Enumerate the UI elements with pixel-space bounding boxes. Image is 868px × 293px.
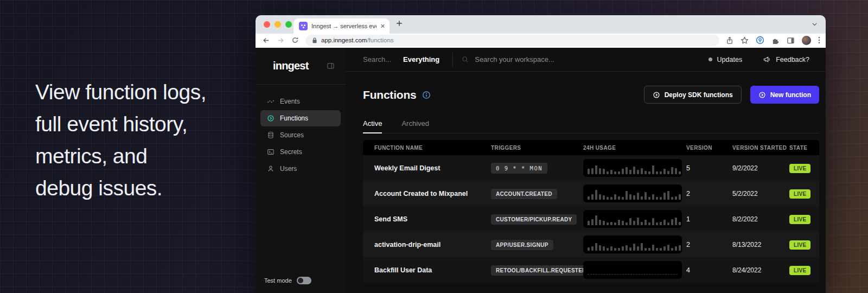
sidebar-nav: Events Functions Sources (256, 85, 346, 186)
new-function-icon (758, 91, 766, 99)
sidebar-item-events[interactable]: Events (260, 93, 341, 110)
collapse-sidebar-icon[interactable] (327, 62, 335, 70)
state-badge: LIVE (789, 164, 810, 173)
functions-table: FUNCTION NAME TRIGGERS 24H USAGE VERSION… (363, 140, 819, 283)
search-scope-everything[interactable]: Everything (403, 55, 439, 63)
browser-actions (726, 36, 820, 45)
function-name: activation-drip-email (374, 241, 491, 249)
refresh-icon[interactable] (291, 36, 299, 44)
marketing-canvas: View function logs, full event history, … (0, 0, 868, 293)
new-function-button[interactable]: New function (750, 86, 819, 104)
minimize-window-button[interactable] (275, 21, 281, 28)
state-badge: LIVE (789, 215, 810, 224)
version-value: 2 (686, 241, 732, 249)
col-24h-usage: 24H USAGE (583, 145, 686, 151)
table-row[interactable]: Backfill User Data RETOOL/BACKFILL.REQUE… (363, 257, 819, 283)
tab-active[interactable]: Active (363, 119, 382, 133)
version-started-value: 8/13/2022 (732, 241, 789, 249)
usage-sparkline (583, 235, 682, 253)
sidebar-item-functions[interactable]: Functions (260, 110, 341, 126)
bookmark-star-icon[interactable] (741, 36, 749, 44)
usage-sparkline (583, 210, 682, 228)
new-tab-button[interactable] (395, 20, 403, 27)
sidebar-item-users[interactable]: Users (260, 161, 341, 177)
page-title: Functions (363, 88, 417, 101)
function-name: Backfill User Data (374, 266, 491, 274)
forward-icon[interactable] (277, 36, 285, 44)
version-started-value: 8/24/2022 (732, 266, 789, 274)
close-window-button[interactable] (264, 21, 270, 28)
main-area: Search... Everything Updates Feedback? (346, 48, 826, 293)
info-icon[interactable] (422, 91, 431, 99)
profile-avatar[interactable] (802, 36, 811, 45)
col-function-name: FUNCTION NAME (374, 145, 491, 151)
hero-copy: View function logs, full event history, … (35, 81, 206, 209)
table-row[interactable]: Weekly Email Digest 0 9 * * MON 5 9/2/20… (363, 155, 819, 181)
trigger-badge: CUSTOMER/PICKUP.READY (491, 214, 577, 225)
sidebar-item-label: Sources (280, 131, 304, 139)
table-header: FUNCTION NAME TRIGGERS 24H USAGE VERSION… (363, 140, 819, 155)
table-row[interactable]: Send SMS CUSTOMER/PICKUP.READY 1 8/2/202… (363, 206, 819, 232)
user-icon (267, 165, 275, 173)
version-value: 5 (686, 164, 732, 172)
usage-sparkline (583, 261, 682, 279)
window-controls (264, 21, 292, 28)
browser-tab[interactable]: Inngest → serverless event-dri ✕ (293, 18, 390, 34)
browser-menu-icon[interactable] (818, 36, 820, 44)
tab-close-icon[interactable]: ✕ (380, 23, 385, 30)
side-panel-icon[interactable] (787, 36, 795, 44)
new-function-button-label: New function (770, 91, 811, 99)
hero-line: metrics, and (35, 145, 206, 167)
version-value: 4 (686, 266, 732, 274)
table-row[interactable]: activation-drip-email APP/USER.SIGNUP 2 … (363, 232, 819, 257)
browser-tab-strip: Inngest → serverless event-dri ✕ (256, 15, 826, 34)
browser-window: Inngest → serverless event-dri ✕ (256, 15, 826, 293)
version-started-value: 8/2/2022 (732, 215, 789, 223)
feedback-link[interactable]: Feedback? (776, 56, 809, 63)
usage-sparkline (583, 159, 682, 177)
function-name: Account Created to Mixpanel (374, 190, 491, 198)
terminal-icon (267, 148, 275, 156)
trigger-badge: APP/USER.SIGNUP (491, 240, 553, 250)
col-triggers: TRIGGERS (491, 145, 583, 151)
trigger-badge: RETOOL/BACKFILL.REQUESTED (491, 265, 591, 276)
inngest-app: inngest Events (256, 48, 826, 293)
col-version: VERSION (686, 145, 732, 151)
tab-search-chevron-icon[interactable] (811, 21, 818, 28)
zoom-window-button[interactable] (285, 21, 292, 28)
version-started-value: 9/2/2022 (732, 164, 789, 172)
onepassword-extension-icon[interactable] (756, 36, 764, 44)
state-badge: LIVE (789, 189, 810, 199)
version-started-value: 5/2/2022 (732, 190, 789, 198)
tab-archived[interactable]: Archived (401, 119, 429, 133)
deploy-sdk-functions-button[interactable]: Deploy SDK functions (644, 86, 742, 104)
version-value: 2 (686, 190, 732, 198)
sidebar-item-secrets[interactable]: Secrets (260, 144, 341, 160)
address-bar[interactable]: app.inngest.com/functions (305, 35, 719, 46)
usage-sparkline (583, 184, 682, 202)
hero-line: full event history, (35, 113, 206, 135)
url-text: app.inngest.com/functions (321, 37, 394, 43)
share-icon[interactable] (726, 36, 733, 44)
back-icon[interactable] (262, 36, 270, 44)
sidebar-item-label: Events (280, 98, 300, 105)
hero-line: debug issues. (35, 177, 206, 199)
events-icon (267, 98, 275, 105)
browser-url-bar: app.inngest.com/functions (256, 34, 826, 48)
topbar-divider (452, 53, 453, 67)
state-badge: LIVE (789, 266, 810, 275)
state-badge: LIVE (789, 240, 810, 250)
workspace-topbar: Search... Everything Updates Feedback? (346, 48, 826, 72)
test-mode-toggle[interactable] (297, 277, 311, 284)
search-icon (462, 56, 469, 63)
workspace-search-input[interactable] (475, 55, 616, 63)
extensions-puzzle-icon[interactable] (771, 36, 780, 44)
sidebar-item-label: Secrets (280, 148, 302, 156)
search-label[interactable]: Search... (363, 55, 391, 63)
trigger-badge: ACCOUNT.CREATED (491, 189, 557, 199)
updates-status-dot (709, 58, 712, 61)
inngest-logo: inngest (273, 60, 309, 72)
sidebar-item-sources[interactable]: Sources (260, 127, 341, 143)
table-row[interactable]: Account Created to Mixpanel ACCOUNT.CREA… (363, 181, 819, 206)
updates-link[interactable]: Updates (717, 56, 743, 63)
